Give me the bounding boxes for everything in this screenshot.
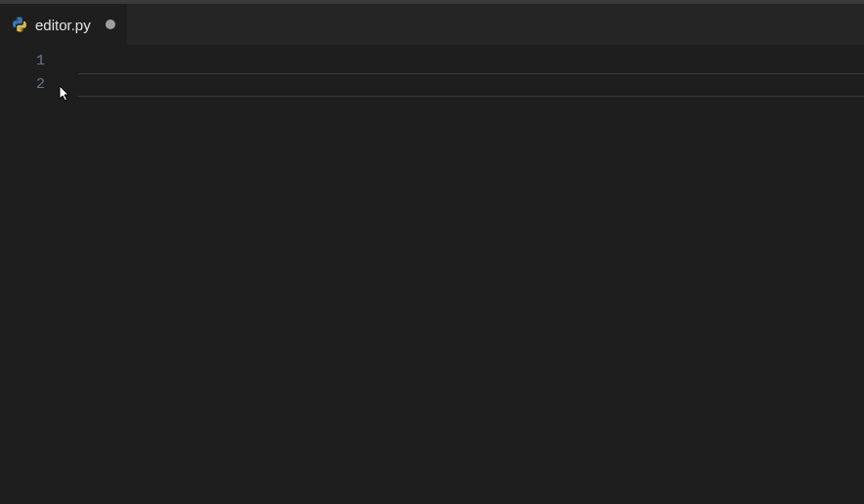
code-line[interactable] — [59, 50, 864, 73]
code-line-active[interactable] — [78, 73, 864, 97]
line-number: 1 — [36, 50, 45, 73]
tab-bar: editor.py — [0, 4, 864, 45]
editor-tab[interactable]: editor.py — [0, 4, 127, 45]
line-number: 2 — [36, 73, 45, 97]
unsaved-indicator-icon[interactable] — [106, 20, 115, 29]
line-number-gutter: 1 2 — [0, 45, 59, 504]
code-content[interactable] — [59, 45, 864, 504]
python-file-icon — [12, 17, 27, 32]
editor-area[interactable]: 1 2 — [0, 45, 864, 504]
tab-filename: editor.py — [35, 17, 98, 33]
